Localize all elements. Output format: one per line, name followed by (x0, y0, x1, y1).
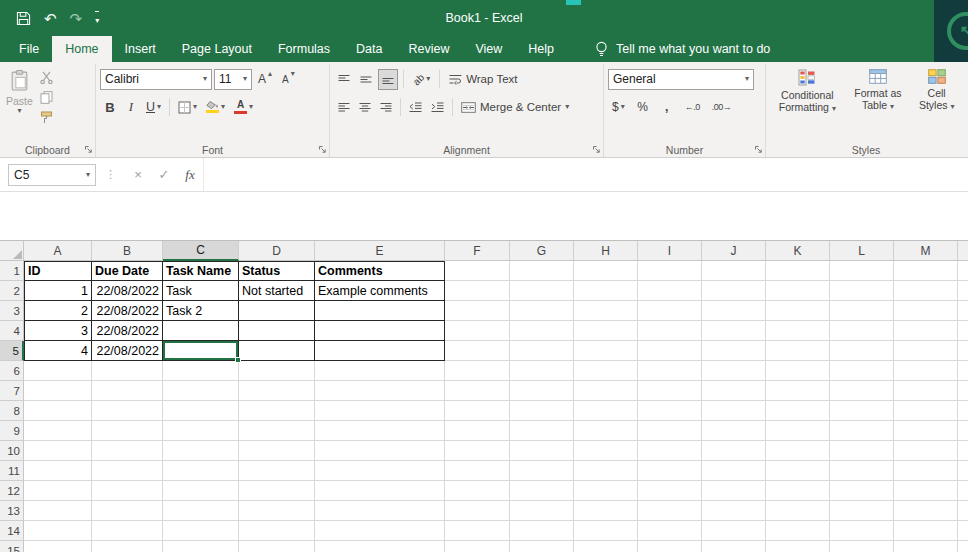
cell-A13[interactable] (24, 501, 92, 521)
cell-C15[interactable] (163, 541, 239, 552)
insert-function-button[interactable]: fx (177, 167, 203, 183)
cell-D12[interactable] (239, 481, 315, 501)
cell-C4[interactable] (163, 321, 239, 341)
cell-G14[interactable] (510, 521, 574, 541)
cell-J10[interactable] (702, 441, 766, 461)
cell-K8[interactable] (766, 401, 830, 421)
currency-format-button[interactable]: $▾ (608, 97, 629, 118)
cell-B14[interactable] (92, 521, 163, 541)
cell-N8[interactable] (958, 401, 968, 421)
select-all-button[interactable] (0, 241, 24, 261)
cell-B12[interactable] (92, 481, 163, 501)
cell-L2[interactable] (830, 281, 894, 301)
cell-M13[interactable] (894, 501, 958, 521)
cell-F13[interactable] (445, 501, 510, 521)
cell-I11[interactable] (638, 461, 702, 481)
cell-K15[interactable] (766, 541, 830, 552)
cell-G3[interactable] (510, 301, 574, 321)
column-header-G[interactable]: G (510, 241, 574, 261)
cell-I14[interactable] (638, 521, 702, 541)
cell-A14[interactable] (24, 521, 92, 541)
cell-I1[interactable] (638, 261, 702, 281)
cell-I7[interactable] (638, 381, 702, 401)
cell-K14[interactable] (766, 521, 830, 541)
cell-K5[interactable] (766, 341, 830, 361)
format-as-table-button[interactable]: Format as Table ▾ (847, 67, 909, 142)
cell-D14[interactable] (239, 521, 315, 541)
cell-F10[interactable] (445, 441, 510, 461)
cell-K3[interactable] (766, 301, 830, 321)
copy-icon[interactable] (40, 91, 53, 104)
increase-indent-button[interactable] (427, 97, 448, 118)
row-header-12[interactable]: 12 (0, 481, 24, 501)
cell-B7[interactable] (92, 381, 163, 401)
cell-C1[interactable]: Task Name (163, 261, 239, 281)
cell-L12[interactable] (830, 481, 894, 501)
cell-F2[interactable] (445, 281, 510, 301)
cell-D3[interactable] (239, 301, 315, 321)
undo-icon[interactable]: ↶ (44, 11, 57, 26)
cell-N4[interactable] (958, 321, 968, 341)
cell-D6[interactable] (239, 361, 315, 381)
row-header-14[interactable]: 14 (0, 521, 24, 541)
cell-G5[interactable] (510, 341, 574, 361)
cell-H1[interactable] (574, 261, 638, 281)
fill-handle[interactable] (235, 357, 241, 363)
cell-G1[interactable] (510, 261, 574, 281)
cell-H8[interactable] (574, 401, 638, 421)
cancel-button[interactable]: × (125, 167, 151, 182)
cell-I12[interactable] (638, 481, 702, 501)
cell-C6[interactable] (163, 361, 239, 381)
cell-styles-button[interactable]: Cell Styles ▾ (914, 67, 960, 142)
cell-G9[interactable] (510, 421, 574, 441)
cell-M4[interactable] (894, 321, 958, 341)
cell-F5[interactable] (445, 341, 510, 361)
cell-L6[interactable] (830, 361, 894, 381)
cell-I3[interactable] (638, 301, 702, 321)
cell-A15[interactable] (24, 541, 92, 552)
cell-G6[interactable] (510, 361, 574, 381)
cell-A9[interactable] (24, 421, 92, 441)
cell-E9[interactable] (315, 421, 445, 441)
cell-C10[interactable] (163, 441, 239, 461)
cell-B10[interactable] (92, 441, 163, 461)
cell-I9[interactable] (638, 421, 702, 441)
paste-button[interactable]: Paste ▾ (4, 67, 35, 142)
cell-E12[interactable] (315, 481, 445, 501)
row-header-1[interactable]: 1 (0, 261, 24, 281)
cell-H3[interactable] (574, 301, 638, 321)
column-header-I[interactable]: I (638, 241, 702, 261)
cell-D7[interactable] (239, 381, 315, 401)
column-header-J[interactable]: J (702, 241, 766, 261)
cell-C11[interactable] (163, 461, 239, 481)
column-header-D[interactable]: D (239, 241, 315, 261)
tab-file[interactable]: File (6, 36, 52, 62)
cell-B5[interactable]: 22/08/2022 (92, 341, 163, 361)
cell-F11[interactable] (445, 461, 510, 481)
cell-N7[interactable] (958, 381, 968, 401)
cell-G7[interactable] (510, 381, 574, 401)
cell-H14[interactable] (574, 521, 638, 541)
enter-button[interactable]: ✓ (151, 167, 177, 182)
cell-K13[interactable] (766, 501, 830, 521)
cell-A11[interactable] (24, 461, 92, 481)
cell-H9[interactable] (574, 421, 638, 441)
cell-K10[interactable] (766, 441, 830, 461)
cell-K2[interactable] (766, 281, 830, 301)
row-header-2[interactable]: 2 (0, 281, 24, 301)
cell-E6[interactable] (315, 361, 445, 381)
cell-D8[interactable] (239, 401, 315, 421)
cell-K1[interactable] (766, 261, 830, 281)
cell-E2[interactable]: Example comments (315, 281, 445, 301)
cell-G8[interactable] (510, 401, 574, 421)
cell-D15[interactable] (239, 541, 315, 552)
row-header-3[interactable]: 3 (0, 301, 24, 321)
font-name-select[interactable]: Calibri ▾ (100, 69, 212, 90)
conditional-formatting-button[interactable]: Conditional Formatting ▾ (772, 67, 842, 142)
bold-button[interactable]: B (100, 97, 120, 118)
cell-E1[interactable]: Comments (315, 261, 445, 281)
cell-N14[interactable] (958, 521, 968, 541)
cell-L5[interactable] (830, 341, 894, 361)
font-dialog-launcher-icon[interactable] (318, 145, 327, 154)
cell-J4[interactable] (702, 321, 766, 341)
